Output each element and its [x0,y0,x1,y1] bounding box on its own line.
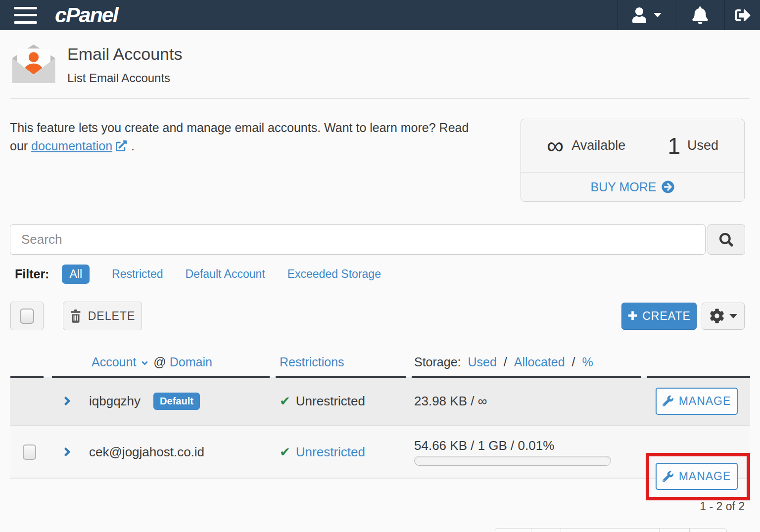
caret-down-icon [729,314,737,318]
check-icon: ✔ [280,394,290,409]
search-button[interactable] [708,224,745,255]
caret-down-icon [654,13,662,17]
user-icon [631,7,647,23]
chevron-right-icon [63,394,71,408]
table-settings-button[interactable] [702,303,745,330]
pagination-button[interactable] [659,528,690,532]
account-name: cek@jogjahost.co.id [89,444,204,460]
intro-row: This feature lets you create and manage … [0,99,760,202]
toolbar: DELETE ✚ CREATE [10,302,745,330]
sort-allocated-link[interactable]: Allocated [514,355,565,369]
logout-button[interactable] [724,0,760,30]
documentation-link[interactable]: documentation [31,139,112,153]
navbar-actions [618,0,760,30]
filter-label: Filter: [15,267,49,281]
quota-panel: ∞ Available 1 Used BUY MORE [521,119,745,202]
sort-account-link[interactable]: Account [92,355,136,369]
pagination-page-info [561,528,660,532]
logout-icon [735,7,751,23]
available-label: Available [571,138,625,153]
table-header: Account @ Domain Restrictions Storage: U… [10,348,750,376]
quota-available: ∞ Available [547,134,625,158]
page-subtitle: List Email Accounts [67,71,182,85]
wrench-icon [663,471,673,482]
expand-row-button[interactable] [63,394,71,408]
at-symbol: @ [153,355,166,369]
bell-icon [692,6,709,24]
cpanel-logo[interactable]: cPanel [55,3,118,27]
annotation-highlight-box: MANAGE [646,453,750,500]
pagination-button[interactable] [689,528,727,532]
plus-icon: ✚ [627,309,638,323]
filter-row: Filter: All Restricted Default Account E… [15,264,760,284]
intro-text: This feature lets you create and manage … [10,119,473,202]
gear-icon [710,309,724,323]
restriction-status: Unrestricted [296,394,365,409]
external-link-icon[interactable] [116,140,127,151]
sort-percent-link[interactable]: % [582,355,593,369]
infinity-symbol: ∞ [547,134,564,158]
quota-used: 1 Used [667,133,718,159]
filter-exceeded-storage[interactable]: Exceeded Storage [287,267,381,281]
sort-domain-link[interactable]: Domain [170,355,212,369]
chevron-right-icon [63,445,71,459]
filter-restricted[interactable]: Restricted [112,267,163,281]
account-name: iqbgqzhy [89,394,141,409]
search-row [10,224,745,255]
table-row: iqbgqzhy Default ✔ Unrestricted 23.98 KB… [10,377,750,426]
create-button[interactable]: ✚ CREATE [621,303,697,330]
pagination-summary: 1 - 2 of 2 [0,500,745,513]
pagination-controls [495,528,727,532]
used-value: 1 [667,133,680,159]
wrench-icon [663,396,673,406]
storage-usage: 54.66 KB / 1 GB / 0.01% [414,438,641,453]
email-accounts-table: Account @ Domain Restrictions Storage: U… [10,348,750,479]
page-title: Email Accounts [67,44,182,64]
page-header: Email Accounts List Email Accounts [0,30,760,85]
user-menu-button[interactable] [618,0,675,30]
buy-more-link[interactable]: BUY MORE [521,172,744,201]
search-icon [719,233,733,247]
table-row: cek@jogjahost.co.id ✔ Unrestricted 54.66… [10,426,750,479]
delete-button[interactable]: DELETE [63,302,142,330]
notifications-button[interactable] [675,0,724,30]
used-label: Used [687,138,718,153]
pagination-button[interactable] [495,528,531,532]
search-input[interactable] [10,224,706,255]
top-navbar: cPanel [0,0,760,30]
select-all-checkbox[interactable] [20,309,34,324]
row-checkbox[interactable] [23,444,36,460]
hamburger-menu-icon[interactable] [14,7,37,24]
default-badge: Default [153,393,200,410]
expand-row-button[interactable] [63,445,71,459]
sort-caret-down-icon[interactable] [140,358,149,368]
filter-default-account[interactable]: Default Account [186,267,265,281]
email-accounts-icon [11,43,56,85]
manage-button[interactable]: MANAGE [656,463,738,490]
storage-usage: 23.98 KB / ∞ [414,394,487,408]
sort-used-link[interactable]: Used [468,355,496,369]
filter-all[interactable]: All [62,265,90,284]
manage-button[interactable]: MANAGE [656,388,738,415]
storage-label: Storage: [414,355,461,369]
trash-icon [70,310,82,323]
storage-progress-bar [414,456,611,466]
check-icon: ✔ [280,444,290,460]
pagination-button[interactable] [531,528,561,532]
column-restrictions-link[interactable]: Restrictions [280,355,344,369]
arrow-circle-right-icon [662,180,674,193]
restriction-status[interactable]: Unrestricted [296,444,365,460]
select-all-button[interactable] [10,302,44,330]
